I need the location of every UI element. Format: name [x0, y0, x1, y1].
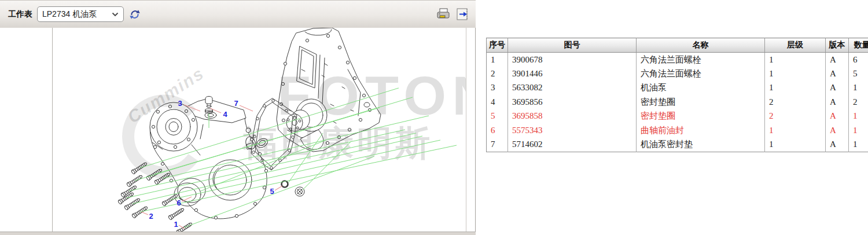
worksheet-select[interactable]: LP2734 机油泵: [37, 6, 124, 22]
oring-plug-drawing: [282, 181, 305, 197]
table-row[interactable]: 35633082机油泵1A1: [487, 81, 868, 96]
table-cell: 六角法兰面螺栓: [637, 53, 765, 67]
diagram-toolbar: 工作表 LP2734 机油泵: [0, 0, 476, 28]
table-row[interactable]: 53695858密封垫圈2A1: [487, 109, 868, 124]
callout-leader-line: [275, 186, 282, 190]
table-row[interactable]: 13900678六角法兰面螺栓1A6: [487, 53, 868, 67]
refresh-button[interactable]: [128, 8, 141, 21]
table-row[interactable]: 75714602机油泵密封垫1A1: [487, 138, 868, 152]
table-cell: 2: [487, 67, 508, 81]
diagram-callout-number[interactable]: 1: [174, 220, 178, 229]
table-cell: 6: [487, 123, 508, 138]
column-header[interactable]: 数量: [849, 38, 868, 53]
table-cell: 1: [849, 138, 868, 152]
table-cell: 密封垫圈: [637, 95, 765, 109]
exploded-view-diagram: Cummins FOTON 福田康明斯: [53, 28, 466, 232]
table-row[interactable]: 43695856密封垫圈2A2: [487, 95, 868, 109]
table-cell: 1: [765, 81, 826, 96]
table-cell: 1: [765, 53, 826, 67]
table-cell: A: [826, 109, 849, 124]
diagram-callout-number[interactable]: 6: [176, 199, 181, 207]
diagram-panel: 工作表 LP2734 机油泵: [0, 0, 476, 235]
print-diagram-button[interactable]: [436, 8, 451, 21]
callout-leader-line: [141, 212, 148, 215]
diagram-callout-number[interactable]: 5: [270, 187, 274, 196]
callout-leader-line: [240, 105, 253, 111]
table-cell: 机油泵密封垫: [637, 138, 765, 152]
left-panel-scrollbar[interactable]: [0, 232, 476, 235]
table-cell: 7: [487, 138, 508, 152]
chevron-down-icon: [112, 12, 119, 17]
column-header[interactable]: 图号: [508, 38, 637, 53]
table-cell: A: [826, 123, 849, 138]
table-cell: 3901446: [508, 67, 637, 81]
table-cell: 3900678: [508, 53, 637, 67]
column-header[interactable]: 层级: [765, 38, 826, 53]
plug-and-washer-drawing: [205, 96, 213, 113]
table-cell: A: [826, 81, 849, 96]
table-cell: 六角法兰面螺栓: [637, 67, 765, 81]
printer-icon: [436, 8, 451, 21]
table-cell: 3: [487, 81, 508, 96]
table-cell: 1: [765, 138, 826, 152]
table-cell: 2: [765, 95, 826, 109]
table-cell: 3695858: [508, 109, 637, 124]
diagram-callout-number[interactable]: 3: [178, 99, 182, 108]
table-cell: 密封垫圈: [637, 109, 765, 124]
worksheet-label: 工作表: [8, 9, 32, 20]
table-cell: 曲轴前油封: [637, 123, 765, 138]
table-cell: 5575343: [508, 123, 637, 138]
expand-panel-button[interactable]: [455, 7, 470, 21]
table-cell: A: [826, 53, 849, 67]
table-row[interactable]: 23901446六角法兰面螺栓1A5: [487, 67, 868, 81]
table-cell: 6: [849, 53, 868, 67]
table-cell: 1: [849, 109, 868, 124]
diagram-callout-number[interactable]: 2: [149, 212, 153, 221]
table-cell: 3695856: [508, 95, 637, 109]
table-cell: 2: [765, 109, 826, 124]
parts-table-wrap: 序号图号名称层级版本数量 13900678六角法兰面螺栓1A623901446六…: [486, 38, 868, 152]
refresh-icon: [128, 8, 141, 21]
table-cell: A: [826, 95, 849, 109]
diagram-area[interactable]: Cummins FOTON 福田康明斯: [52, 28, 466, 232]
table-cell: 1: [765, 67, 826, 81]
parts-table: 序号图号名称层级版本数量 13900678六角法兰面螺栓1A623901446六…: [486, 38, 868, 152]
table-cell: 1: [765, 123, 826, 138]
table-cell: 机油泵: [637, 81, 765, 96]
column-header[interactable]: 序号: [487, 38, 508, 53]
worksheet-select-value: LP2734 机油泵: [42, 9, 97, 20]
column-header[interactable]: 版本: [826, 38, 849, 53]
table-cell: 1: [849, 123, 868, 138]
table-cell: 1: [487, 53, 508, 67]
table-row[interactable]: 65575343曲轴前油封1A1: [487, 123, 868, 138]
table-cell: 1: [849, 81, 868, 96]
table-cell: 5: [849, 67, 868, 81]
table-cell: 2: [849, 95, 868, 109]
diagram-callout-number[interactable]: 7: [234, 99, 238, 108]
table-cell: 5714602: [508, 138, 637, 152]
table-cell: A: [826, 138, 849, 152]
table-header-row: 序号图号名称层级版本数量: [487, 38, 868, 53]
table-cell: A: [826, 67, 849, 81]
table-cell: 5: [487, 109, 508, 124]
parts-catalog-app: 工作表 LP2734 机油泵: [0, 0, 868, 235]
table-cell: 4: [487, 95, 508, 109]
parts-panel: 序号图号名称层级版本数量 13900678六角法兰面螺栓1A623901446六…: [484, 0, 868, 235]
expand-panel-icon: [455, 7, 470, 21]
table-cell: 5633082: [508, 81, 637, 96]
column-header[interactable]: 名称: [637, 38, 765, 53]
diagram-callout-number[interactable]: 4: [223, 110, 227, 119]
